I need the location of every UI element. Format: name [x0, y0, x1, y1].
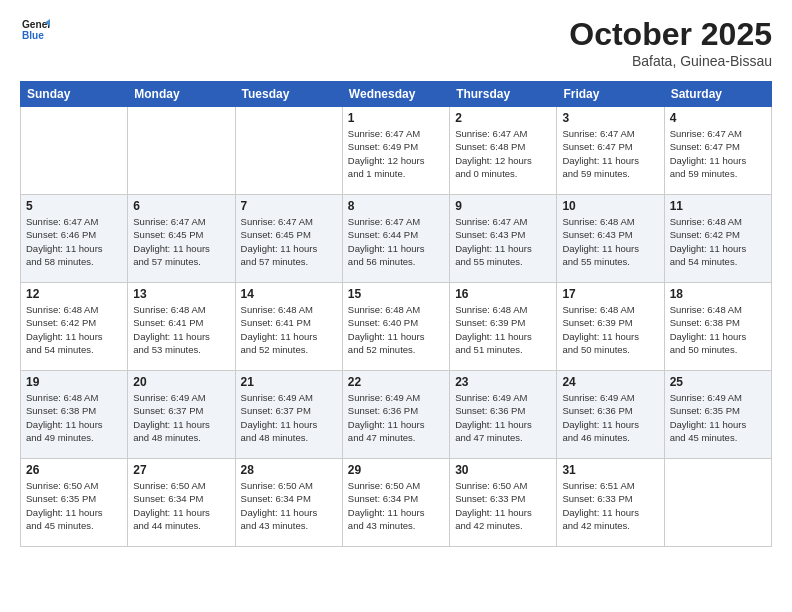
day-cell: [21, 107, 128, 195]
day-info: Sunrise: 6:50 AM Sunset: 6:33 PM Dayligh…: [455, 479, 551, 532]
day-cell: 11Sunrise: 6:48 AM Sunset: 6:42 PM Dayli…: [664, 195, 771, 283]
day-info: Sunrise: 6:48 AM Sunset: 6:42 PM Dayligh…: [670, 215, 766, 268]
day-cell: 23Sunrise: 6:49 AM Sunset: 6:36 PM Dayli…: [450, 371, 557, 459]
day-header-wednesday: Wednesday: [342, 82, 449, 107]
day-number: 22: [348, 375, 444, 389]
month-title: October 2025: [569, 16, 772, 53]
day-cell: 5Sunrise: 6:47 AM Sunset: 6:46 PM Daylig…: [21, 195, 128, 283]
day-number: 9: [455, 199, 551, 213]
day-number: 17: [562, 287, 658, 301]
day-number: 4: [670, 111, 766, 125]
day-number: 13: [133, 287, 229, 301]
day-number: 19: [26, 375, 122, 389]
day-info: Sunrise: 6:48 AM Sunset: 6:39 PM Dayligh…: [455, 303, 551, 356]
day-cell: 10Sunrise: 6:48 AM Sunset: 6:43 PM Dayli…: [557, 195, 664, 283]
svg-text:General: General: [22, 19, 50, 30]
day-number: 25: [670, 375, 766, 389]
location: Bafata, Guinea-Bissau: [569, 53, 772, 69]
day-cell: 27Sunrise: 6:50 AM Sunset: 6:34 PM Dayli…: [128, 459, 235, 547]
day-number: 12: [26, 287, 122, 301]
svg-text:Blue: Blue: [22, 30, 44, 41]
week-row-4: 19Sunrise: 6:48 AM Sunset: 6:38 PM Dayli…: [21, 371, 772, 459]
day-number: 6: [133, 199, 229, 213]
day-header-monday: Monday: [128, 82, 235, 107]
day-number: 29: [348, 463, 444, 477]
day-info: Sunrise: 6:48 AM Sunset: 6:40 PM Dayligh…: [348, 303, 444, 356]
day-number: 31: [562, 463, 658, 477]
day-header-tuesday: Tuesday: [235, 82, 342, 107]
day-number: 10: [562, 199, 658, 213]
day-info: Sunrise: 6:49 AM Sunset: 6:36 PM Dayligh…: [348, 391, 444, 444]
day-info: Sunrise: 6:47 AM Sunset: 6:43 PM Dayligh…: [455, 215, 551, 268]
day-cell: [664, 459, 771, 547]
calendar-table: SundayMondayTuesdayWednesdayThursdayFrid…: [20, 81, 772, 547]
logo: General Blue: [20, 16, 50, 48]
day-cell: 1Sunrise: 6:47 AM Sunset: 6:49 PM Daylig…: [342, 107, 449, 195]
week-row-3: 12Sunrise: 6:48 AM Sunset: 6:42 PM Dayli…: [21, 283, 772, 371]
day-cell: [235, 107, 342, 195]
header: General Blue October 2025 Bafata, Guinea…: [20, 16, 772, 69]
day-info: Sunrise: 6:48 AM Sunset: 6:41 PM Dayligh…: [133, 303, 229, 356]
day-number: 15: [348, 287, 444, 301]
day-cell: 25Sunrise: 6:49 AM Sunset: 6:35 PM Dayli…: [664, 371, 771, 459]
day-number: 23: [455, 375, 551, 389]
day-info: Sunrise: 6:47 AM Sunset: 6:44 PM Dayligh…: [348, 215, 444, 268]
day-cell: 12Sunrise: 6:48 AM Sunset: 6:42 PM Dayli…: [21, 283, 128, 371]
day-info: Sunrise: 6:48 AM Sunset: 6:41 PM Dayligh…: [241, 303, 337, 356]
day-info: Sunrise: 6:48 AM Sunset: 6:38 PM Dayligh…: [26, 391, 122, 444]
day-cell: 4Sunrise: 6:47 AM Sunset: 6:47 PM Daylig…: [664, 107, 771, 195]
day-number: 24: [562, 375, 658, 389]
day-cell: 15Sunrise: 6:48 AM Sunset: 6:40 PM Dayli…: [342, 283, 449, 371]
day-cell: 30Sunrise: 6:50 AM Sunset: 6:33 PM Dayli…: [450, 459, 557, 547]
day-number: 5: [26, 199, 122, 213]
day-cell: 19Sunrise: 6:48 AM Sunset: 6:38 PM Dayli…: [21, 371, 128, 459]
day-cell: 28Sunrise: 6:50 AM Sunset: 6:34 PM Dayli…: [235, 459, 342, 547]
day-number: 7: [241, 199, 337, 213]
day-info: Sunrise: 6:50 AM Sunset: 6:34 PM Dayligh…: [241, 479, 337, 532]
day-cell: 20Sunrise: 6:49 AM Sunset: 6:37 PM Dayli…: [128, 371, 235, 459]
day-cell: 6Sunrise: 6:47 AM Sunset: 6:45 PM Daylig…: [128, 195, 235, 283]
day-info: Sunrise: 6:47 AM Sunset: 6:49 PM Dayligh…: [348, 127, 444, 180]
week-row-1: 1Sunrise: 6:47 AM Sunset: 6:49 PM Daylig…: [21, 107, 772, 195]
day-number: 14: [241, 287, 337, 301]
day-cell: 24Sunrise: 6:49 AM Sunset: 6:36 PM Dayli…: [557, 371, 664, 459]
day-number: 8: [348, 199, 444, 213]
day-cell: 7Sunrise: 6:47 AM Sunset: 6:45 PM Daylig…: [235, 195, 342, 283]
day-info: Sunrise: 6:48 AM Sunset: 6:39 PM Dayligh…: [562, 303, 658, 356]
day-cell: 2Sunrise: 6:47 AM Sunset: 6:48 PM Daylig…: [450, 107, 557, 195]
day-cell: [128, 107, 235, 195]
day-cell: 22Sunrise: 6:49 AM Sunset: 6:36 PM Dayli…: [342, 371, 449, 459]
day-number: 2: [455, 111, 551, 125]
day-cell: 29Sunrise: 6:50 AM Sunset: 6:34 PM Dayli…: [342, 459, 449, 547]
day-number: 20: [133, 375, 229, 389]
day-number: 1: [348, 111, 444, 125]
day-info: Sunrise: 6:47 AM Sunset: 6:48 PM Dayligh…: [455, 127, 551, 180]
calendar-page: General Blue October 2025 Bafata, Guinea…: [0, 0, 792, 567]
day-info: Sunrise: 6:50 AM Sunset: 6:34 PM Dayligh…: [133, 479, 229, 532]
day-info: Sunrise: 6:48 AM Sunset: 6:38 PM Dayligh…: [670, 303, 766, 356]
day-number: 26: [26, 463, 122, 477]
day-number: 18: [670, 287, 766, 301]
day-info: Sunrise: 6:48 AM Sunset: 6:42 PM Dayligh…: [26, 303, 122, 356]
day-cell: 14Sunrise: 6:48 AM Sunset: 6:41 PM Dayli…: [235, 283, 342, 371]
day-number: 11: [670, 199, 766, 213]
day-info: Sunrise: 6:49 AM Sunset: 6:37 PM Dayligh…: [133, 391, 229, 444]
day-info: Sunrise: 6:51 AM Sunset: 6:33 PM Dayligh…: [562, 479, 658, 532]
day-cell: 8Sunrise: 6:47 AM Sunset: 6:44 PM Daylig…: [342, 195, 449, 283]
day-number: 27: [133, 463, 229, 477]
day-info: Sunrise: 6:49 AM Sunset: 6:35 PM Dayligh…: [670, 391, 766, 444]
day-header-saturday: Saturday: [664, 82, 771, 107]
day-info: Sunrise: 6:49 AM Sunset: 6:36 PM Dayligh…: [562, 391, 658, 444]
day-number: 16: [455, 287, 551, 301]
day-info: Sunrise: 6:50 AM Sunset: 6:34 PM Dayligh…: [348, 479, 444, 532]
day-number: 28: [241, 463, 337, 477]
day-cell: 13Sunrise: 6:48 AM Sunset: 6:41 PM Dayli…: [128, 283, 235, 371]
week-row-5: 26Sunrise: 6:50 AM Sunset: 6:35 PM Dayli…: [21, 459, 772, 547]
day-info: Sunrise: 6:47 AM Sunset: 6:47 PM Dayligh…: [562, 127, 658, 180]
day-info: Sunrise: 6:47 AM Sunset: 6:45 PM Dayligh…: [133, 215, 229, 268]
day-cell: 9Sunrise: 6:47 AM Sunset: 6:43 PM Daylig…: [450, 195, 557, 283]
day-info: Sunrise: 6:47 AM Sunset: 6:45 PM Dayligh…: [241, 215, 337, 268]
day-info: Sunrise: 6:47 AM Sunset: 6:47 PM Dayligh…: [670, 127, 766, 180]
days-header-row: SundayMondayTuesdayWednesdayThursdayFrid…: [21, 82, 772, 107]
day-cell: 17Sunrise: 6:48 AM Sunset: 6:39 PM Dayli…: [557, 283, 664, 371]
